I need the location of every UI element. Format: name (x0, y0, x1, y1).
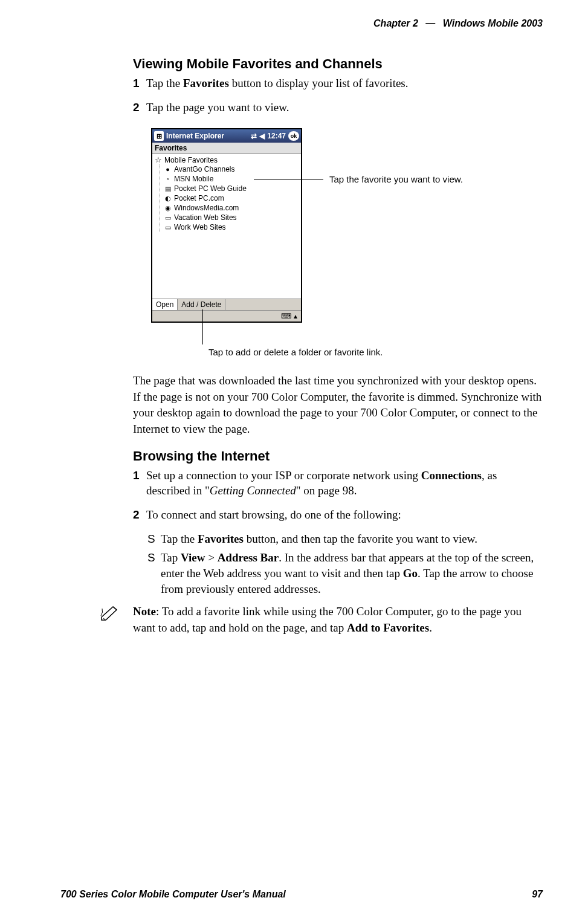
speaker-icon[interactable]: ◀ (259, 132, 265, 140)
section-viewing-title: Viewing Mobile Favorites and Channels (133, 56, 543, 72)
text: Tap (161, 551, 181, 564)
browsing-step-1: 1 Set up a connection to your ISP or cor… (133, 468, 543, 499)
footer-page-number: 97 (532, 889, 543, 900)
text: Tap the (146, 77, 183, 89)
text: : To add a favorite link while using the… (133, 605, 522, 634)
text: Tap the (161, 532, 198, 545)
chapter-label: Chapter (373, 18, 410, 28)
bullet-text: Tap View > Address Bar. In the address b… (161, 550, 543, 596)
keyboard-icon[interactable]: ⌨ (281, 312, 291, 320)
running-header: Chapter 2 — Windows Mobile 2003 (60, 18, 543, 29)
main-content: Viewing Mobile Favorites and Channels 1 … (133, 56, 543, 636)
page-icon: ▤ (164, 185, 172, 193)
callout-1-text: Tap the favorite you want to view. (329, 174, 463, 186)
tree-children: ●AvantGo Channels ▫MSN Mobile ▤Pocket PC… (160, 164, 299, 232)
tree-item-label: MSN Mobile (174, 175, 213, 183)
section-browsing-title: Browsing the Internet (133, 448, 543, 464)
tree-item-label: Pocket PC.com (174, 194, 224, 202)
tree-item-work[interactable]: ▭Work Web Sites (164, 222, 299, 232)
note-block: Note: To add a favorite link while using… (133, 604, 543, 636)
tree-item-label: WindowsMedia.com (174, 204, 239, 212)
browsing-step-2: 2 To connect and start browsing, do one … (133, 507, 543, 523)
text: . (429, 621, 432, 634)
viewing-step-1: 1 Tap the Favorites button to display yo… (133, 76, 543, 91)
bold-view: View (181, 551, 205, 564)
bold-favorites: Favorites (183, 77, 229, 89)
step-text: Tap the Favorites button to display your… (146, 76, 543, 91)
tree-item-label: Work Web Sites (174, 223, 226, 231)
connectivity-icon[interactable]: ⇄ (251, 132, 257, 140)
folder-icon: ▭ (164, 224, 172, 231)
titlebar-app-name: Internet Explorer (166, 132, 224, 140)
tree-item-label: Vacation Web Sites (174, 213, 237, 222)
tree-item-vacation[interactable]: ▭Vacation Web Sites (164, 213, 299, 222)
browsing-bullet-1: Tap the Favorites button, and then tap t… (147, 531, 543, 547)
text: button to display your list of favorites… (229, 77, 409, 89)
after-figure-paragraph: The page that was downloaded the last ti… (133, 373, 543, 437)
text: button, and then tap the favorite you wa… (244, 532, 477, 545)
arrow-up-icon[interactable]: ▴ (294, 312, 297, 320)
page-footer: 700 Series Color Mobile Computer User's … (60, 889, 543, 900)
device-bottom-bar: ⌨ ▴ (152, 310, 301, 322)
pocketpc-device-screenshot: ⊞ Internet Explorer ⇄ ◀ 12:47 ok Favorit… (151, 128, 302, 323)
folder-icon: ▭ (164, 214, 172, 222)
step-text: Set up a connection to your ISP or corpo… (146, 468, 543, 499)
device-titlebar: ⊞ Internet Explorer ⇄ ◀ 12:47 ok (152, 129, 301, 143)
document-page: Chapter 2 — Windows Mobile 2003 Viewing … (0, 0, 588, 918)
titlebar-time: 12:47 (267, 132, 286, 140)
note-pencil-icon (100, 604, 124, 624)
favorites-header: Favorites (152, 143, 301, 154)
callout-2-line (202, 309, 203, 344)
step-number: 2 (133, 507, 146, 523)
italic-getting-connected: Getting Connected (210, 484, 296, 497)
tree-item-pocketpc[interactable]: ◐Pocket PC.com (164, 193, 299, 203)
tab-add-delete[interactable]: Add / Delete (178, 299, 225, 310)
viewing-steps: 1 Tap the Favorites button to display yo… (133, 76, 543, 115)
bold-favorites: Favorites (198, 532, 244, 545)
ok-button[interactable]: ok (288, 131, 299, 141)
tree-item-label: Pocket PC Web Guide (174, 184, 247, 193)
bold-address-bar: Address Bar (218, 551, 279, 564)
link-icon: ▫ (164, 175, 172, 183)
tree-item-webguide[interactable]: ▤Pocket PC Web Guide (164, 184, 299, 193)
browsing-steps: 1 Set up a connection to your ISP or cor… (133, 468, 543, 523)
step-number: 1 (133, 76, 146, 91)
tree-root[interactable]: ☆ Mobile Favorites (155, 155, 299, 164)
text: > (205, 551, 217, 564)
favorites-screenshot-figure: ⊞ Internet Explorer ⇄ ◀ 12:47 ok Favorit… (151, 128, 543, 364)
tree-item-winmedia[interactable]: ◉WindowsMedia.com (164, 203, 299, 213)
note-text: Note: To add a favorite link while using… (133, 604, 543, 636)
header-product: Windows Mobile 2003 (443, 18, 543, 28)
browsing-bullet-2: Tap View > Address Bar. In the address b… (147, 550, 543, 596)
star-icon: ☆ (155, 155, 162, 164)
device-tabs: Open Add / Delete (152, 299, 301, 310)
step-text: To connect and start browsing, do one of… (146, 507, 543, 523)
chapter-number: 2 (413, 18, 418, 28)
media-icon: ◉ (164, 204, 172, 212)
step-number: 1 (133, 468, 146, 499)
start-flag-icon[interactable]: ⊞ (154, 131, 164, 141)
globe-icon: ● (164, 166, 172, 173)
globe-icon: ◐ (164, 195, 172, 202)
bold-add-to-favorites: Add to Favorites (347, 621, 429, 634)
header-dash: — (421, 18, 440, 28)
tab-open[interactable]: Open (152, 299, 178, 310)
tree-item-msn[interactable]: ▫MSN Mobile (164, 174, 299, 184)
tree-item-avantgo[interactable]: ●AvantGo Channels (164, 164, 299, 174)
viewing-step-2: 2 Tap the page you want to view. (133, 100, 543, 115)
tree-root-label: Mobile Favorites (164, 156, 218, 164)
tree-item-label: AvantGo Channels (174, 165, 235, 173)
step-text: Tap the page you want to view. (146, 100, 543, 115)
bold-connections: Connections (421, 469, 482, 482)
bold-go: Go (403, 567, 418, 580)
text: Set up a connection to your ISP or corpo… (146, 469, 421, 482)
favorites-tree: ☆ Mobile Favorites ●AvantGo Channels ▫MS… (152, 154, 301, 299)
callout-1-line (254, 179, 323, 180)
note-label: Note (133, 605, 156, 618)
bullet-text: Tap the Favorites button, and then tap t… (161, 531, 543, 547)
step-number: 2 (133, 100, 146, 115)
footer-manual-title: 700 Series Color Mobile Computer User's … (60, 889, 286, 900)
callout-2-text: Tap to add or delete a folder or favorit… (208, 347, 383, 358)
text: " on page 98. (296, 484, 357, 497)
